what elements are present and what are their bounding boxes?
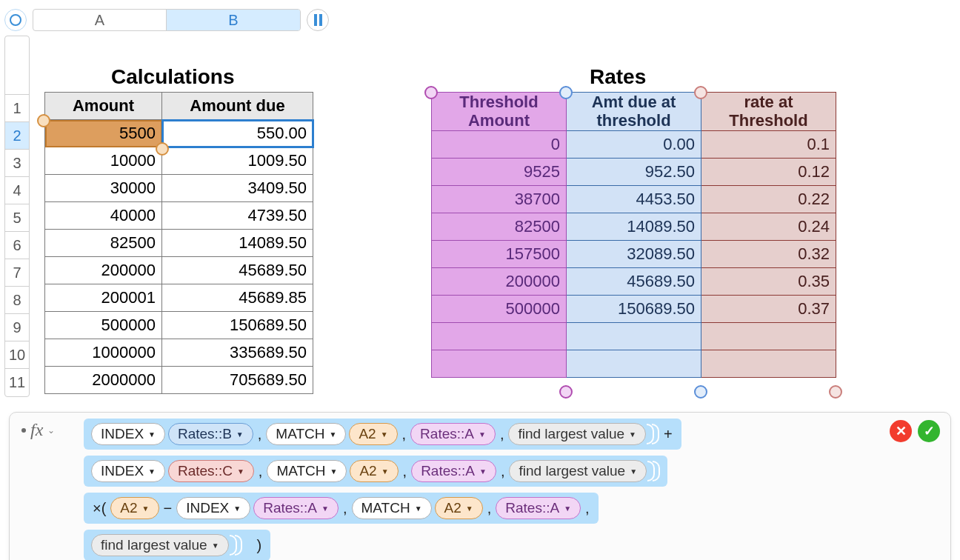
row-header-10[interactable]: 10	[5, 341, 29, 369]
token-function[interactable]: MATCH▼	[267, 460, 347, 482]
cell[interactable]: 32089.50	[567, 240, 701, 267]
selection-handle[interactable]	[37, 114, 50, 127]
token-cellref[interactable]: A2▼	[110, 497, 159, 519]
cell[interactable]: 82500	[432, 213, 567, 240]
token-cellref[interactable]: A2▼	[435, 497, 483, 519]
cell[interactable]: 38700	[432, 185, 567, 213]
formula-editor[interactable]: fx ⌄ ✕ ✓ INDEX▼ Rates::B▼ , MATCH▼ A2▼ ,…	[9, 412, 951, 560]
cell-b2[interactable]: 550.00	[162, 120, 313, 147]
token-function[interactable]: MATCH▼	[266, 423, 346, 445]
cell[interactable]: .	[432, 322, 567, 350]
selection-handle[interactable]	[559, 385, 573, 399]
cell[interactable]: 30000	[45, 175, 162, 202]
rates-header-rate[interactable]: rate at Threshold	[701, 93, 836, 131]
token-function[interactable]: INDEX▼	[91, 423, 165, 445]
cell[interactable]: 45689.85	[162, 284, 313, 312]
cell[interactable]: 0.22	[701, 185, 836, 213]
token-cellref[interactable]: A2▼	[350, 460, 398, 482]
cell[interactable]: 500000	[432, 295, 567, 322]
cell[interactable]: 200000	[432, 267, 567, 295]
rates-header-threshold-amount[interactable]: Threshold Amount	[432, 93, 567, 131]
formula-line[interactable]: INDEX▼ Rates::B▼ , MATCH▼ A2▼ , Rates::A…	[84, 419, 681, 450]
cell-a2[interactable]: 5500	[45, 120, 162, 147]
formula-line[interactable]: ×( A2▼ − INDEX▼ Rates::A▼ , MATCH▼ A2▼ ,…	[84, 493, 599, 524]
row-header-3[interactable]: 3	[5, 150, 29, 177]
token-argument[interactable]: find largest value▼	[508, 423, 646, 445]
cell[interactable]: 0	[432, 130, 567, 158]
cell[interactable]: 335689.50	[162, 339, 313, 367]
selection-handle[interactable]	[559, 86, 573, 99]
cell[interactable]: 45689.50	[567, 267, 701, 295]
row-header-2[interactable]: 2	[5, 122, 29, 150]
cell[interactable]: 9525	[432, 158, 567, 185]
cell[interactable]: 150689.50	[162, 312, 313, 339]
cell[interactable]: 4739.50	[162, 202, 313, 230]
selection-handle[interactable]	[694, 86, 707, 99]
row-header-9[interactable]: 9	[5, 314, 29, 341]
row-header-4[interactable]: 4	[5, 177, 29, 204]
calc-header-amount-due[interactable]: Amount due	[162, 93, 313, 120]
rates-header-amt-due[interactable]: Amt due at threshold	[567, 93, 701, 131]
table-menu-button[interactable]	[4, 9, 27, 31]
cell[interactable]: 705689.50	[162, 367, 313, 394]
cell[interactable]: 0.12	[701, 158, 836, 185]
cell[interactable]: 0.00	[567, 130, 701, 158]
token-function[interactable]: INDEX▼	[176, 497, 250, 519]
cell[interactable]: 952.50	[567, 158, 701, 185]
token-range[interactable]: Rates::A▼	[496, 497, 581, 519]
cell[interactable]: 2000000	[45, 367, 162, 394]
formula-line[interactable]: find largest value▼ )	[84, 530, 270, 560]
cell[interactable]: 10000	[45, 147, 162, 175]
cell[interactable]: 40000	[45, 202, 162, 230]
token-function[interactable]: MATCH▼	[352, 497, 432, 519]
cell[interactable]: 14089.50	[162, 230, 313, 257]
selection-handle[interactable]	[424, 86, 438, 99]
token-range[interactable]: Rates::C▼	[168, 460, 254, 482]
token-range[interactable]: Rates::A▼	[410, 423, 496, 445]
cell[interactable]: 0.24	[701, 213, 836, 240]
row-header-6[interactable]: 6	[5, 232, 29, 259]
token-cellref[interactable]: A2▼	[349, 423, 397, 445]
row-header-5[interactable]: 5	[5, 204, 29, 232]
selection-handle[interactable]	[156, 142, 169, 156]
cancel-button[interactable]: ✕	[890, 420, 912, 442]
column-tab-b[interactable]: B	[167, 10, 300, 30]
cell[interactable]: 3409.50	[162, 175, 313, 202]
token-range[interactable]: Rates::B▼	[168, 423, 253, 445]
cell[interactable]: .	[432, 350, 567, 377]
formula-line[interactable]: INDEX▼ Rates::C▼ , MATCH▼ A2▼ , Rates::A…	[84, 456, 667, 487]
cell[interactable]: 4453.50	[567, 185, 701, 213]
token-argument[interactable]: find largest value▼	[509, 460, 647, 482]
token-function[interactable]: INDEX▼	[91, 460, 165, 482]
calc-header-amount[interactable]: Amount	[45, 93, 162, 120]
column-add-button[interactable]	[307, 9, 329, 31]
cell[interactable]: 82500	[45, 230, 162, 257]
cell[interactable]: 1000000	[45, 339, 162, 367]
token-argument[interactable]: find largest value▼	[91, 534, 229, 556]
token-range[interactable]: Rates::A▼	[411, 460, 496, 482]
confirm-button[interactable]: ✓	[918, 420, 940, 442]
row-header-11[interactable]: 11	[5, 369, 29, 396]
cell[interactable]: .	[567, 322, 701, 350]
row-header-7[interactable]: 7	[5, 259, 29, 287]
selection-handle[interactable]	[694, 385, 707, 399]
cell[interactable]: .	[567, 350, 701, 377]
cell[interactable]: 1009.50	[162, 147, 313, 175]
cell[interactable]: 14089.50	[567, 213, 701, 240]
selection-handle[interactable]	[829, 385, 842, 399]
row-header-8[interactable]: 8	[5, 287, 29, 314]
cell[interactable]: 200001	[45, 284, 162, 312]
token-range[interactable]: Rates::A▼	[253, 497, 339, 519]
cell[interactable]: 0.32	[701, 240, 836, 267]
row-header-1[interactable]: 1	[5, 95, 29, 122]
cell[interactable]: 0.37	[701, 295, 836, 322]
cell[interactable]: .	[701, 350, 836, 377]
cell[interactable]: 0.1	[701, 130, 836, 158]
cell[interactable]: 200000	[45, 257, 162, 284]
fx-label[interactable]: fx ⌄	[21, 420, 55, 440]
cell[interactable]: 0.35	[701, 267, 836, 295]
column-tab-a[interactable]: A	[33, 10, 167, 30]
cell[interactable]: 150689.50	[567, 295, 701, 322]
cell[interactable]: 500000	[45, 312, 162, 339]
cell[interactable]: .	[701, 322, 836, 350]
